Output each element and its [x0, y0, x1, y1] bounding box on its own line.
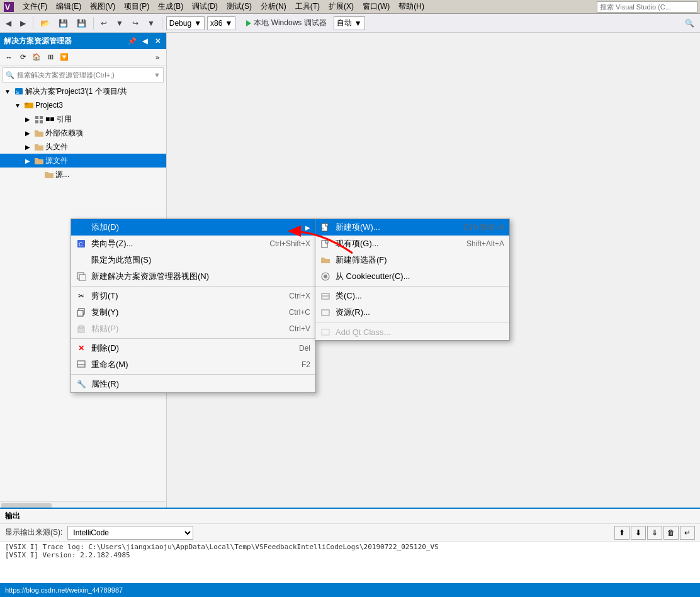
more-btn[interactable]: » — [151, 51, 164, 64]
ctx-properties[interactable]: 🔧 属性(R) — [71, 376, 315, 392]
ctx-copy[interactable]: 复制(Y) Ctrl+C — [71, 304, 315, 321]
sub-new-filter[interactable]: 新建筛选器(F) — [315, 252, 509, 268]
svg-rect-8 — [35, 120, 38, 123]
sub-resource[interactable]: 资源(R)... — [315, 304, 509, 321]
menu-bar: V 文件(F) 编辑(E) 视图(V) 项目(P) 生成(B) 调试(D) 测试… — [0, 0, 700, 14]
tree-source-sub[interactable]: 源... — [0, 168, 166, 181]
ctx-scope[interactable]: 限定为此范围(S) — [71, 252, 315, 268]
ctx-copy-shortcut: Ctrl+C — [289, 308, 310, 317]
refresh-btn[interactable]: ⟳ — [16, 51, 29, 64]
sync-btn[interactable]: ↔ — [3, 51, 15, 64]
ctx-class-wizard[interactable]: C 类向导(Z)... Ctrl+Shift+X — [71, 236, 315, 252]
ctx-copy-label: 复制(Y) — [91, 307, 284, 318]
output-source-select[interactable]: IntelliCode — [67, 526, 193, 540]
headers-label: 头文件 — [45, 142, 68, 152]
sub-cookiecutter[interactable]: 从 Cookiecutter(C)... — [315, 268, 509, 285]
auto-hide-btn[interactable]: ◀ — [140, 36, 150, 46]
svg-rect-19 — [77, 310, 83, 316]
menu-analyze[interactable]: 分析(N) — [257, 1, 290, 13]
ctx-add[interactable]: 添加(D) ▶ — [71, 219, 315, 236]
menu-test[interactable]: 测试(S) — [223, 1, 256, 13]
run-mode-dropdown[interactable]: 自动 ▼ — [334, 16, 365, 30]
sub-existing-item[interactable]: 现有项(G)... Shift+Alt+A — [315, 236, 509, 252]
filter-btn[interactable]: 🔽 — [58, 51, 71, 64]
search-input[interactable] — [17, 71, 151, 79]
debug-config-dropdown[interactable]: Debug ▼ — [166, 16, 205, 30]
out-jump-end[interactable]: ⇓ — [647, 526, 662, 540]
ctx-cut-icon: ✂ — [76, 291, 86, 301]
svg-rect-30 — [325, 241, 328, 243]
svg-rect-7 — [40, 116, 43, 119]
back-btn[interactable]: ◀ — [3, 16, 14, 31]
ctx-class-wizard-shortcut: Ctrl+Shift+X — [269, 239, 310, 248]
sub-resource-label: 资源(R)... — [336, 307, 504, 318]
ctx-new-view[interactable]: 新建解决方案资源管理器视图(N) — [71, 268, 315, 285]
properties-btn[interactable]: 🏠 — [30, 51, 43, 64]
source-sub-label: 源... — [55, 169, 69, 180]
show-all-btn[interactable]: ⊞ — [44, 51, 57, 64]
vs-search-input[interactable] — [597, 1, 697, 13]
ctx-cut[interactable]: ✂ 剪切(T) Ctrl+X — [71, 288, 315, 304]
undo-btn[interactable]: ↩ — [98, 16, 110, 31]
menu-view[interactable]: 视图(V) — [86, 1, 119, 13]
out-scroll-up[interactable]: ⬆ — [614, 526, 629, 540]
menu-file[interactable]: 文件(F) — [19, 1, 51, 13]
main-area: 解决方案资源管理器 📌 ◀ ✕ ↔ ⟳ 🏠 ⊞ 🔽 » 🔍 ▼ ▼ — [0, 33, 700, 509]
search-box[interactable]: 🔍 ▼ — [3, 67, 164, 82]
forward-btn[interactable]: ▶ — [17, 16, 29, 31]
undo-arrow[interactable]: ▼ — [113, 16, 127, 31]
ctx-rename[interactable]: 重命名(M) F2 — [71, 356, 315, 373]
out-clear[interactable]: 🗑 — [663, 526, 679, 540]
headers-folder-icon — [34, 142, 44, 152]
ctx-properties-icon: 🔧 — [76, 379, 86, 389]
extern-label: 外部依赖项 — [45, 128, 83, 139]
ctx-delete-label: 删除(D) — [91, 343, 294, 354]
ctx-delete[interactable]: ✕ 删除(D) Del — [71, 340, 315, 356]
svg-text:C: C — [79, 241, 83, 247]
menu-extend[interactable]: 扩展(X) — [325, 1, 358, 13]
source-sub-expand — [33, 169, 43, 179]
platform-dropdown[interactable]: x86 ▼ — [207, 16, 235, 30]
svg-rect-6 — [35, 116, 38, 119]
output-content: [VSIX I] Trace log: C:\Users\jiangxiaoju… — [0, 542, 700, 583]
svg-marker-13 — [45, 172, 54, 178]
open-btn[interactable]: 📂 — [37, 16, 53, 31]
svg-rect-26 — [325, 224, 328, 226]
solution-expand-icon: ▼ — [3, 86, 13, 96]
svg-text:S: S — [16, 89, 19, 95]
tree-project[interactable]: ▼ Project3 — [0, 98, 166, 112]
out-word-wrap[interactable]: ↵ — [680, 526, 695, 540]
tree-extern[interactable]: ▶ 外部依赖项 — [0, 126, 166, 140]
pin-btn[interactable]: 📌 — [127, 36, 137, 46]
out-scroll-down[interactable]: ⬇ — [631, 526, 646, 540]
menu-tools[interactable]: 工具(T) — [291, 1, 324, 13]
tree-source-files[interactable]: ▶ 源文件 — [0, 154, 166, 168]
menu-build[interactable]: 生成(B) — [154, 1, 187, 13]
save-btn[interactable]: 💾 — [55, 16, 71, 31]
project-label: Project3 — [35, 101, 63, 110]
menu-window[interactable]: 窗口(W) — [359, 1, 393, 13]
sub-sep2 — [315, 322, 509, 322]
sub-new-item[interactable]: + 新建项(W)... Ctrl+Shift+A — [315, 219, 509, 236]
ctx-sep1 — [71, 286, 315, 287]
redo-btn[interactable]: ↪ — [129, 16, 142, 31]
menu-help[interactable]: 帮助(H) — [395, 1, 428, 13]
close-panel-btn[interactable]: ✕ — [152, 36, 162, 46]
menu-project[interactable]: 项目(P) — [120, 1, 153, 13]
menu-debug[interactable]: 调试(D) — [188, 1, 222, 13]
menu-edit[interactable]: 编辑(E) — [52, 1, 85, 13]
ctx-new-view-label: 新建解决方案资源管理器视图(N) — [91, 271, 310, 282]
sub-class[interactable]: 类(C)... — [315, 288, 509, 304]
svg-rect-17 — [79, 275, 86, 281]
tree-headers[interactable]: ▶ 头文件 — [0, 140, 166, 154]
ctx-rename-icon — [76, 360, 86, 370]
run-button[interactable]: 本地 Windows 调试器 — [240, 16, 332, 30]
search-btn[interactable]: 🔍 — [682, 16, 697, 31]
sub-new-item-label: 新建项(W)... — [336, 222, 458, 233]
tree-solution[interactable]: ▼ S 解决方案'Project3'(1 个项目/共 — [0, 84, 166, 98]
svg-text:V: V — [5, 3, 10, 12]
redo-arrow[interactable]: ▼ — [144, 16, 158, 31]
output-toolbar: 显示输出来源(S): IntelliCode ⬆ ⬇ ⇓ 🗑 ↵ — [0, 524, 700, 542]
tree-ref[interactable]: ▶ ■■ 引用 — [0, 112, 166, 126]
save-all-btn[interactable]: 💾 — [74, 16, 89, 31]
